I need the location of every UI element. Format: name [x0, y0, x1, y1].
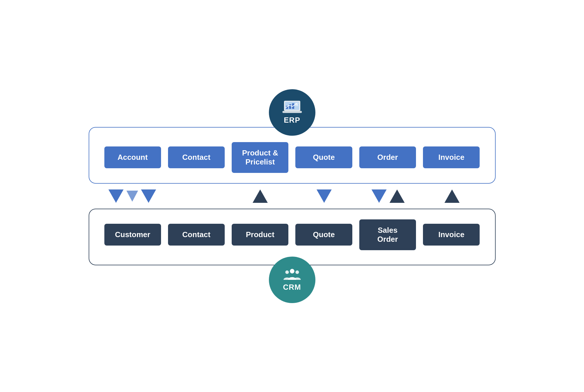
- svg-rect-3: [289, 104, 291, 109]
- arrow-group-invoice: [424, 189, 481, 203]
- arrow-down-blue-1: [108, 189, 124, 203]
- erp-item-account: Account: [104, 146, 161, 168]
- crm-circle: CRM: [269, 257, 315, 303]
- crm-item-sales-order: Sales Order: [359, 219, 416, 250]
- erp-item-invoice: Invoice: [423, 146, 480, 168]
- arrow-down-order: [372, 189, 387, 203]
- svg-rect-5: [282, 111, 302, 113]
- arrow-down-blue-2: [126, 191, 138, 202]
- crm-item-customer: Customer: [104, 224, 161, 246]
- arrow-up-dark-invoice: [444, 189, 460, 203]
- svg-rect-7: [295, 104, 298, 105]
- arrow-up-dark-product: [253, 189, 268, 203]
- erp-item-contact: Contact: [168, 146, 225, 168]
- diagram-wrapper: ERP Account Contact Product &Pricelist Q…: [89, 89, 496, 303]
- arrow-down-blue-3: [141, 189, 156, 203]
- crm-people-icon: [282, 268, 302, 282]
- erp-item-product-pricelist: Product &Pricelist: [232, 142, 288, 173]
- arrow-group-product: [232, 189, 289, 203]
- crm-item-product: Product: [232, 224, 288, 246]
- erp-laptop-icon: [282, 100, 302, 114]
- erp-circle: ERP: [269, 89, 315, 136]
- arrow-down-blue-quote: [317, 189, 332, 203]
- crm-item-quote: Quote: [295, 224, 352, 246]
- erp-item-order: Order: [359, 146, 416, 168]
- svg-point-10: [285, 271, 289, 274]
- erp-label: ERP: [284, 116, 300, 125]
- svg-point-9: [290, 269, 294, 273]
- svg-rect-8: [295, 105, 298, 106]
- erp-item-quote: Quote: [295, 146, 352, 168]
- svg-rect-6: [295, 103, 299, 103]
- arrow-group-quote: [296, 189, 353, 203]
- crm-item-invoice: Invoice: [423, 224, 480, 246]
- arrow-up-order: [390, 189, 405, 203]
- arrow-group-account: [104, 189, 161, 203]
- arrow-group-order: [360, 189, 417, 203]
- arrows-section: [89, 184, 496, 209]
- svg-point-11: [295, 271, 299, 274]
- crm-item-contact: Contact: [168, 224, 225, 246]
- crm-label: CRM: [283, 283, 301, 292]
